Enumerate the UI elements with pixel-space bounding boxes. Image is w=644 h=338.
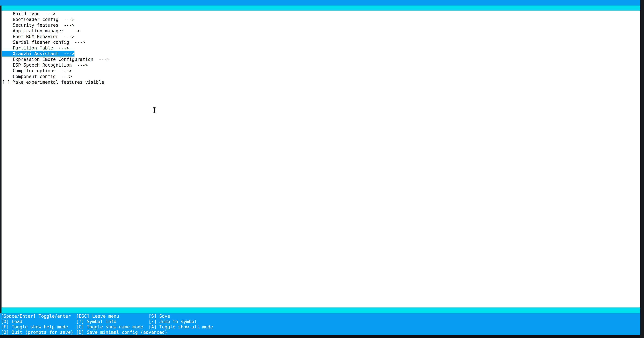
desktop-edge-left	[0, 6, 2, 313]
menu-item-label[interactable]: Bootloader config --->	[2, 16, 74, 22]
menu-item-expression-emote-configuration[interactable]: Expression Emote Configuration --->	[2, 56, 640, 62]
desktop-edge-right	[640, 0, 644, 338]
menu-item-esp-speech-recognition[interactable]: ESP Speech Recognition --->	[2, 62, 640, 68]
menu-item-label[interactable]: [ ] Make experimental features visible	[2, 79, 104, 85]
menu-list: Build type ---> Bootloader config ---> S…	[2, 10, 640, 85]
menu-item-compiler-options[interactable]: Compiler options --->	[2, 68, 640, 74]
menu-item-label[interactable]: Expression Emote Configuration --->	[2, 56, 109, 62]
shortcut-line-1: [Space/Enter] Toggle/enter [ESC] Leave m…	[1, 314, 640, 319]
desktop-edge-bottom	[0, 335, 644, 338]
shortcut-line-4: [Q] Quit (prompts for save) [D] Save min…	[1, 330, 640, 335]
menu-item-label[interactable]: Application manager --->	[2, 28, 80, 34]
menu-item-label[interactable]: Build type --->	[2, 11, 56, 16]
menu-item-label[interactable]: Boot ROM Behavior --->	[2, 34, 74, 40]
shortcut-line-3: [F] Toggle show-help mode [C] Toggle sho…	[1, 324, 640, 330]
shortcut-line-2: [O] Load [?] Symbol info [/] Jump to sym…	[1, 319, 640, 324]
breadcrumb: (Top)	[0, 0, 640, 6]
menu-item-serial-flasher-config[interactable]: Serial flasher config --->	[2, 40, 640, 45]
menu-item-security-features[interactable]: Security features --->	[2, 22, 640, 28]
bottom-separator-bar	[2, 308, 640, 313]
menu-item-label[interactable]: Security features --->	[2, 22, 74, 28]
menu-item-bootloader-config[interactable]: Bootloader config --->	[2, 16, 640, 22]
menu-item-label-selected[interactable]: Xiaozhi Assistant --->	[2, 51, 74, 56]
menu-item-label[interactable]: Partition Table --->	[2, 45, 69, 51]
menu-item-build-type[interactable]: Build type --->	[2, 11, 640, 16]
menu-item-label[interactable]: Serial flasher config --->	[2, 40, 85, 45]
menu-item-xiaozhi-assistant[interactable]: Xiaozhi Assistant --->	[2, 51, 640, 56]
menu-item-label[interactable]: Compiler options --->	[2, 68, 72, 74]
shortcut-help-bar: [Space/Enter] Toggle/enter [ESC] Leave m…	[0, 313, 640, 335]
menu-item-application-manager[interactable]: Application manager --->	[2, 28, 640, 34]
menu-item-component-config[interactable]: Component config --->	[2, 74, 640, 79]
menu-panel: Build type ---> Bootloader config ---> S…	[2, 10, 640, 308]
menu-item-label[interactable]: Component config --->	[2, 74, 72, 79]
menu-item-partition-table[interactable]: Partition Table --->	[2, 45, 640, 51]
page-title: Espressif IoT Development Framework Conf…	[2, 6, 640, 10]
menu-item-make-experimental-features-visible[interactable]: [ ] Make experimental features visible	[2, 79, 640, 85]
menu-item-label[interactable]: ESP Speech Recognition --->	[2, 62, 88, 68]
menuconfig-screen: { "colors": { "accent_blue": "#069df2", …	[0, 0, 644, 338]
menu-item-boot-rom-behavior[interactable]: Boot ROM Behavior --->	[2, 34, 640, 40]
ibeam-cursor-icon	[151, 107, 158, 114]
